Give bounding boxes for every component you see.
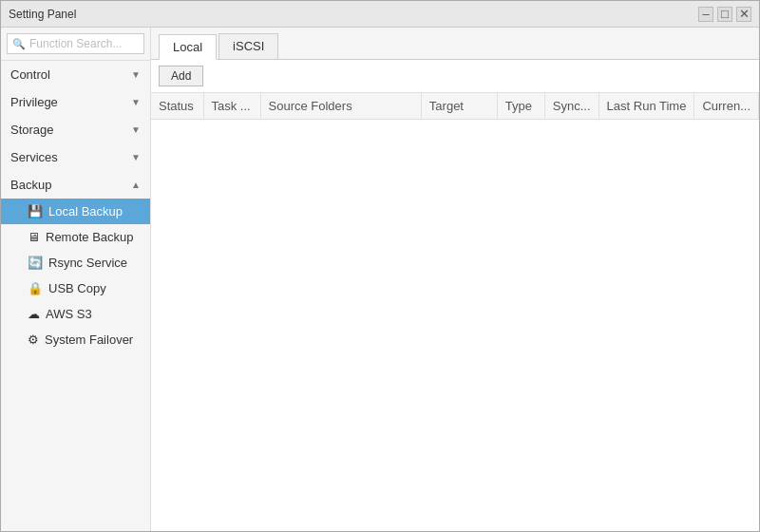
sidebar-item-backup[interactable]: Backup ▲ [1,171,150,199]
sidebar-storage-label: Storage [10,123,54,137]
aws-s3-label: AWS S3 [46,307,92,321]
usb-copy-label: USB Copy [48,281,106,295]
sidebar-item-storage[interactable]: Storage ▼ [1,116,150,143]
titlebar: Setting Panel – □ ✕ [1,1,759,28]
tab-iscsi[interactable]: iSCSI [218,33,278,59]
sidebar-item-local-backup[interactable]: 💾 Local Backup [1,199,150,224]
restore-button[interactable]: □ [717,7,732,22]
content-area: Local iSCSI Add Status Task ... Sour [151,28,759,531]
sidebar-item-rsync-service[interactable]: 🔄 Rsync Service [1,250,150,276]
search-placeholder: Function Search... [29,37,122,50]
minimize-icon: – [702,7,709,21]
sidebar-backup-label: Backup [10,178,51,192]
close-button[interactable]: ✕ [736,7,751,22]
col-header-current: Curren... [694,93,759,120]
sidebar-services-arrow: ▼ [131,152,141,162]
col-header-lastrun: Last Run Time [598,93,694,120]
local-backup-icon: 💾 [28,204,43,218]
rsync-service-label: Rsync Service [48,256,127,270]
window-title: Setting Panel [9,8,76,21]
add-button[interactable]: Add [159,66,203,86]
sidebar-item-services[interactable]: Services ▼ [1,143,150,171]
search-icon: 🔍 [12,38,26,50]
col-header-task: Task ... [203,93,260,120]
tab-iscsi-label: iSCSI [233,39,264,53]
setting-panel-window: Setting Panel – □ ✕ 🔍 Function Search... [0,0,760,532]
sidebar-backup-arrow: ▲ [131,180,141,190]
window-controls: – □ ✕ [698,7,751,22]
close-icon: ✕ [739,7,750,21]
system-failover-icon: ⚙ [28,332,39,347]
sidebar-privilege-arrow: ▼ [131,97,141,107]
sidebar-item-control[interactable]: Control ▼ [1,61,150,88]
sidebar-services-label: Services [10,150,58,164]
remote-backup-icon: 🖥 [28,230,40,244]
sidebar-item-remote-backup[interactable]: 🖥 Remote Backup [1,224,150,250]
col-header-sync: Sync... [544,93,598,120]
aws-s3-icon: ☁ [28,307,40,321]
sidebar-item-aws-s3[interactable]: ☁ AWS S3 [1,301,150,327]
col-header-source: Source Folders [260,93,421,120]
sidebar: 🔍 Function Search... Control ▼ Privilege… [1,28,151,531]
minimize-button[interactable]: – [698,7,713,22]
tab-local[interactable]: Local [159,34,217,60]
sidebar-control-arrow: ▼ [131,69,141,80]
sidebar-item-privilege[interactable]: Privilege ▼ [1,88,150,116]
rsync-service-icon: 🔄 [28,256,43,270]
sidebar-storage-arrow: ▼ [131,124,141,135]
search-box: 🔍 Function Search... [1,28,150,61]
main-content: 🔍 Function Search... Control ▼ Privilege… [1,28,759,531]
col-header-target: Target [421,93,497,120]
sidebar-item-system-failover[interactable]: ⚙ System Failover [1,327,150,352]
sidebar-control-label: Control [10,67,50,82]
col-header-type: Type [497,93,544,120]
table-container: Status Task ... Source Folders Target Ty… [151,93,759,531]
usb-copy-icon: 🔒 [28,281,43,295]
system-failover-label: System Failover [45,332,133,347]
restore-icon: □ [721,7,729,21]
tab-bar: Local iSCSI [151,28,759,60]
backup-table: Status Task ... Source Folders Target Ty… [151,93,759,120]
remote-backup-label: Remote Backup [46,230,134,244]
tab-local-label: Local [173,40,202,54]
toolbar: Add [151,60,759,93]
table-header: Status Task ... Source Folders Target Ty… [151,93,759,120]
search-wrapper[interactable]: 🔍 Function Search... [7,33,144,54]
sidebar-item-usb-copy[interactable]: 🔒 USB Copy [1,276,150,301]
sidebar-privilege-label: Privilege [10,95,58,109]
local-backup-label: Local Backup [48,204,123,218]
col-header-status: Status [151,93,203,120]
